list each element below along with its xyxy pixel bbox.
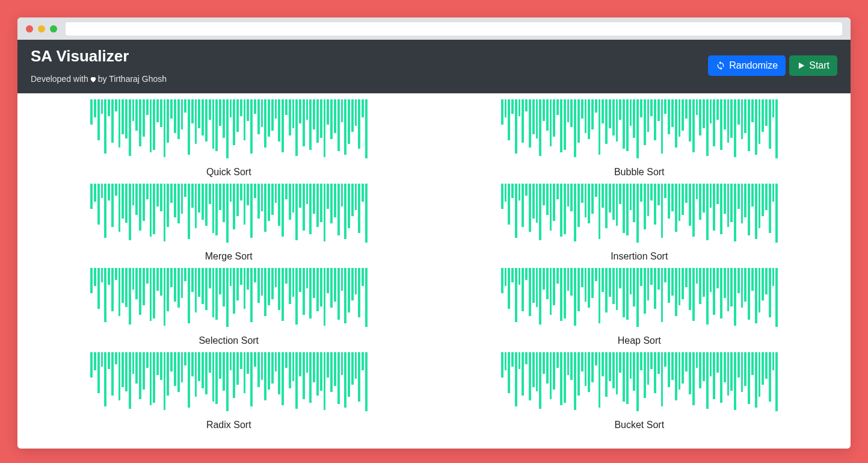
bar xyxy=(212,184,215,233)
bar xyxy=(90,268,93,293)
bar xyxy=(132,184,135,205)
bar xyxy=(529,184,531,232)
bar xyxy=(174,268,176,302)
bar xyxy=(309,184,312,234)
bar xyxy=(616,352,618,394)
bar xyxy=(519,184,521,200)
bar xyxy=(710,352,712,376)
bar xyxy=(762,352,764,385)
bar xyxy=(556,352,559,368)
bar xyxy=(191,184,194,208)
traffic-light-minimize[interactable] xyxy=(38,25,45,33)
bar xyxy=(602,184,604,208)
bar xyxy=(748,184,750,235)
bar xyxy=(539,268,541,325)
bar xyxy=(609,99,611,128)
bar xyxy=(146,99,149,115)
bar xyxy=(226,99,229,158)
panel-title: Insertion Sort xyxy=(611,251,668,262)
url-bar[interactable] xyxy=(66,22,842,36)
bar xyxy=(564,352,566,403)
bar xyxy=(769,184,771,233)
bar xyxy=(150,184,152,237)
bar xyxy=(737,268,740,293)
bar xyxy=(351,184,354,216)
bar xyxy=(119,268,121,316)
bars-container xyxy=(501,268,778,328)
bar xyxy=(303,99,305,146)
credit-line: Developed with by Tirtharaj Ghosh xyxy=(31,74,167,84)
bar xyxy=(591,99,594,129)
bar xyxy=(647,184,650,216)
bar xyxy=(334,352,336,386)
bar xyxy=(337,184,340,235)
bar xyxy=(508,268,510,309)
bar xyxy=(591,184,594,214)
bar xyxy=(560,184,562,237)
bar xyxy=(522,352,524,396)
bar xyxy=(306,184,309,204)
bar xyxy=(636,99,639,158)
bar xyxy=(710,184,712,208)
bar xyxy=(135,184,138,215)
bar xyxy=(508,352,510,393)
sort-panel: Heap Sort xyxy=(500,268,779,352)
traffic-light-close[interactable] xyxy=(26,25,33,33)
bar xyxy=(636,268,639,327)
bar xyxy=(236,184,239,216)
bar xyxy=(330,184,333,223)
bar xyxy=(588,184,590,223)
bars-container xyxy=(501,184,778,244)
sort-panel: Bubble Sort xyxy=(500,99,779,184)
bar xyxy=(143,352,145,390)
bar xyxy=(324,352,326,410)
header: SA Visualizer Developed with by Tirthara… xyxy=(17,40,851,93)
bar xyxy=(612,184,615,220)
bar xyxy=(348,99,350,144)
bar xyxy=(313,268,315,298)
bar xyxy=(730,99,733,138)
bar xyxy=(755,352,757,408)
bar xyxy=(90,352,93,378)
bar xyxy=(668,99,670,134)
bar xyxy=(751,184,754,207)
bar xyxy=(759,99,761,144)
bar xyxy=(546,352,549,384)
bar xyxy=(654,268,656,309)
bar xyxy=(299,99,301,123)
bar xyxy=(543,268,545,290)
bar xyxy=(647,99,650,132)
randomize-button[interactable]: Randomize xyxy=(708,55,786,76)
bar xyxy=(619,268,621,288)
bar xyxy=(696,352,698,368)
bar xyxy=(741,184,743,223)
bar xyxy=(215,99,218,151)
bar xyxy=(609,184,611,213)
bar xyxy=(188,184,190,239)
bar xyxy=(184,268,186,281)
bar xyxy=(132,268,135,290)
bar xyxy=(599,99,601,155)
bar xyxy=(762,268,764,300)
bar xyxy=(358,352,360,402)
bar xyxy=(139,352,141,399)
bar xyxy=(306,352,309,373)
randomize-label: Randomize xyxy=(729,60,778,71)
bar xyxy=(564,268,566,319)
bar xyxy=(720,184,722,234)
bar xyxy=(765,99,768,126)
credit-suffix: by Tirtharaj Ghosh xyxy=(98,74,167,84)
bar xyxy=(605,268,608,312)
bar xyxy=(115,352,117,364)
bar xyxy=(699,352,701,388)
bar xyxy=(334,99,336,133)
bar xyxy=(313,352,315,382)
bar xyxy=(647,268,650,300)
bar xyxy=(313,99,315,129)
bar xyxy=(195,352,197,397)
bar xyxy=(94,99,96,117)
bar xyxy=(160,268,162,296)
traffic-light-maximize[interactable] xyxy=(50,25,57,33)
bar xyxy=(282,184,284,237)
start-button[interactable]: Start xyxy=(789,55,837,76)
